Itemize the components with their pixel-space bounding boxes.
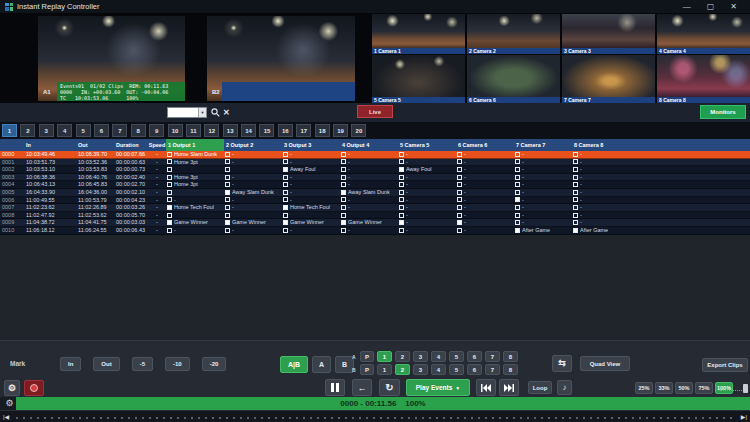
camera-4-b-button[interactable]: 4 <box>431 364 446 375</box>
event-checkbox[interactable] <box>399 159 404 164</box>
event-checkbox[interactable] <box>167 167 172 172</box>
event-checkbox[interactable] <box>457 228 462 233</box>
event-checkbox[interactable] <box>457 205 462 210</box>
event-checkbox[interactable] <box>515 220 520 225</box>
event-checkbox[interactable] <box>515 182 520 187</box>
program-monitor-a[interactable]: Events01 01/02 Clips REM: 00:11.630000 I… <box>38 16 185 101</box>
tab-16[interactable]: 16 <box>278 124 293 137</box>
tab-11[interactable]: 11 <box>186 124 201 137</box>
event-checkbox[interactable] <box>283 228 288 233</box>
tab-9[interactable]: 9 <box>149 124 164 137</box>
zoom-50%-button[interactable]: 50% <box>675 382 693 394</box>
table-row[interactable]: 000110:03:51.7310:03:52.3600:00:00.63-Ho… <box>0 159 750 167</box>
event-checkbox[interactable] <box>341 152 346 157</box>
export-clips-button[interactable]: Export Clips <box>702 358 748 372</box>
camera-6-a-button[interactable]: 6 <box>467 351 482 362</box>
event-checkbox[interactable] <box>167 159 172 164</box>
tab-20[interactable]: 20 <box>351 124 366 137</box>
event-checkbox[interactable] <box>225 159 230 164</box>
event-checkbox[interactable] <box>573 159 578 164</box>
event-checkbox[interactable] <box>399 228 404 233</box>
maximize-icon[interactable]: ▢ <box>707 0 715 13</box>
event-checkbox[interactable] <box>573 167 578 172</box>
search-clear-icon[interactable]: ✕ <box>223 106 230 118</box>
quad-view-button[interactable]: Quad View <box>580 356 630 371</box>
event-checkbox[interactable] <box>457 152 462 157</box>
event-checkbox[interactable] <box>283 220 288 225</box>
program-monitor-b[interactable]: B2 <box>207 16 355 101</box>
tab-2[interactable]: 2 <box>20 124 35 137</box>
event-checkbox[interactable] <box>341 197 346 202</box>
event-checkbox[interactable] <box>225 213 230 218</box>
event-checkbox[interactable] <box>167 197 172 202</box>
tab-19[interactable]: 19 <box>333 124 348 137</box>
camera-cell[interactable]: 1 Camera 1 <box>372 14 465 54</box>
slider[interactable] <box>720 385 748 392</box>
settings-gear-icon[interactable]: ⚙ <box>4 380 20 396</box>
record-button[interactable] <box>24 380 44 396</box>
event-checkbox[interactable] <box>573 190 578 195</box>
camera-thumb[interactable] <box>562 14 655 48</box>
search-icon[interactable] <box>211 106 220 118</box>
minus-10-button[interactable]: -10 <box>165 357 190 371</box>
event-checkbox[interactable] <box>283 159 288 164</box>
tab-12[interactable]: 12 <box>204 124 219 137</box>
minimize-icon[interactable]: — <box>683 0 691 13</box>
camera-cell[interactable]: 8 Camera 8 <box>657 55 750 103</box>
table-row[interactable]: 000310:06:38.3610:06:40.7600:00:02.40-Ho… <box>0 174 750 182</box>
event-checkbox[interactable] <box>457 167 462 172</box>
replay-loop-button[interactable]: ↻ <box>379 379 400 396</box>
event-checkbox[interactable] <box>573 152 578 157</box>
event-checkbox[interactable] <box>573 228 578 233</box>
skip-start-button[interactable] <box>476 379 496 396</box>
event-checkbox[interactable] <box>167 152 172 157</box>
table-row[interactable]: 000611:00:49.5511:00:53.7900:00:04.23---… <box>0 197 750 205</box>
progress-gear-icon[interactable]: ⚙ <box>3 397 16 410</box>
loop-button[interactable]: Loop <box>528 381 552 394</box>
event-checkbox[interactable] <box>341 190 346 195</box>
swap-icon[interactable]: ⇆ <box>552 355 572 372</box>
progress-bar[interactable]: 0000 - 00:11.56 100% <box>16 397 750 410</box>
timeline-ruler[interactable]: |◀ ▶| <box>0 410 750 422</box>
event-checkbox[interactable] <box>341 159 346 164</box>
event-checkbox[interactable] <box>167 175 172 180</box>
event-checkbox[interactable] <box>167 205 172 210</box>
event-checkbox[interactable] <box>515 190 520 195</box>
event-checkbox[interactable] <box>457 182 462 187</box>
camera-cell[interactable]: 3 Camera 3 <box>562 14 655 54</box>
camera-thumb[interactable] <box>657 55 750 97</box>
event-checkbox[interactable] <box>573 175 578 180</box>
event-checkbox[interactable] <box>225 205 230 210</box>
event-checkbox[interactable] <box>573 205 578 210</box>
table-row[interactable]: 001011:06:18.1211:06:24.5500:00:06.43---… <box>0 227 750 235</box>
event-checkbox[interactable] <box>283 213 288 218</box>
tab-14[interactable]: 14 <box>241 124 256 137</box>
event-checkbox[interactable] <box>515 213 520 218</box>
ab-mode-button[interactable]: A|B <box>280 356 308 373</box>
camera-5-b-button[interactable]: 5 <box>449 364 464 375</box>
timeline-end-icon[interactable]: ▶| <box>741 413 747 420</box>
event-checkbox[interactable] <box>225 197 230 202</box>
camera-1-b-button[interactable]: 1 <box>377 364 392 375</box>
preview-a-button[interactable]: P <box>360 351 374 362</box>
table-row[interactable]: 000010:03:49.4610:06:39.7000:00:07.66-Ho… <box>0 151 750 159</box>
event-checkbox[interactable] <box>457 190 462 195</box>
event-checkbox[interactable] <box>399 175 404 180</box>
event-checkbox[interactable] <box>515 175 520 180</box>
camera-7-a-button[interactable]: 7 <box>485 351 500 362</box>
event-checkbox[interactable] <box>283 190 288 195</box>
music-note-button[interactable]: ♪ <box>557 380 572 395</box>
event-checkbox[interactable] <box>225 152 230 157</box>
table-row[interactable]: 000711:02:23.6211:02:26.8900:00:03.26-Ho… <box>0 204 750 212</box>
event-checkbox[interactable] <box>225 190 230 195</box>
event-checkbox[interactable] <box>283 182 288 187</box>
event-checkbox[interactable] <box>399 220 404 225</box>
camera-thumb[interactable] <box>467 14 560 48</box>
camera-5-a-button[interactable]: 5 <box>449 351 464 362</box>
event-checkbox[interactable] <box>283 152 288 157</box>
event-checkbox[interactable] <box>283 167 288 172</box>
event-checkbox[interactable] <box>283 197 288 202</box>
preview-b-button[interactable]: P <box>360 364 374 375</box>
event-checkbox[interactable] <box>515 228 520 233</box>
camera-2-b-button[interactable]: 2 <box>395 364 410 375</box>
